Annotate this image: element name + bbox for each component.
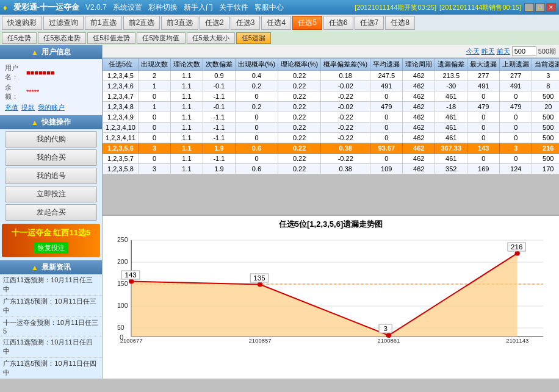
close-button[interactable]: ✕ [546, 3, 556, 12]
svg-point-15 [129, 279, 134, 284]
recharge-link[interactable]: 充值 [5, 103, 18, 112]
withdraw-link[interactable]: 提款 [21, 103, 35, 112]
tab-quick-buy[interactable]: 快速购彩 [2, 16, 42, 30]
svg-text:135: 135 [253, 274, 265, 282]
cell-prevPeriod: 0 [500, 123, 532, 133]
prev-day-label[interactable]: 前天 [497, 47, 510, 56]
sidebar-banner[interactable]: 十一运夺金 红西11选5 恢复投注 [2, 224, 100, 257]
cell-appear: 0 [138, 133, 170, 143]
menu-customer-service[interactable]: 客服中心 [254, 2, 284, 13]
news-item-2[interactable]: 十一运夺金预测：10月11日任三5 [0, 317, 102, 337]
tab-select8[interactable]: 任选8 [385, 16, 415, 30]
table-wrapper[interactable]: 任选5位 出现次数 理论次数 次数偏差 出现概率(%) 理论概率(%) 概率偏差… [103, 58, 559, 215]
my-group-btn[interactable]: 我的合买 [5, 149, 97, 166]
cell-missDiff: 461 [435, 112, 467, 123]
launch-group-btn[interactable]: 发起合买 [5, 204, 97, 221]
cell-prevPeriod: 3 [500, 143, 532, 154]
cell-maxMiss: 0 [467, 154, 500, 164]
news-item-3[interactable]: 江西11选预测：10月11日任四中 [0, 337, 102, 358]
cell-appearRate: 0.6 [235, 164, 278, 174]
cell-diffCount: -1.1 [203, 91, 235, 102]
cell-theoreticalRate: 0.22 [278, 133, 321, 143]
cell-combo: 1,2,3,5,6 [103, 143, 139, 154]
cell-avgMiss: 0 [370, 154, 403, 164]
tab-select3[interactable]: 任选3 [231, 16, 261, 30]
invest-btn[interactable]: 立即投注 [5, 186, 97, 202]
my-proxy-btn[interactable]: 我的代购 [5, 131, 97, 148]
table-row[interactable]: 1,2,3,4,701.1-1.100.22-0.220462461005000 [103, 91, 560, 102]
menu-about[interactable]: 关于软件 [219, 2, 248, 13]
username-row: 用户名： ■■■■■■■ [5, 63, 97, 82]
cell-theoreticalRate: 0.22 [278, 102, 321, 112]
subtab-maxmin[interactable]: 任5最大最小 [187, 32, 235, 44]
cell-combo: 1,2,3,4,9 [103, 112, 139, 123]
window-controls: _ □ ✕ [524, 3, 556, 12]
menu-system-settings[interactable]: 系统设置 [113, 2, 142, 13]
banner-line1: 十一运夺金 红西11选5 [12, 227, 90, 238]
cell-rateDiff: -0.22 [321, 112, 370, 123]
table-row[interactable]: 1,2,3,4,1101.1-1.100.22-0.22046246100500… [103, 133, 560, 143]
news-title: 最新资讯 [41, 262, 71, 273]
news-item-1[interactable]: 广东11选5预测：10月11日任三中 [0, 296, 102, 317]
cell-combo: 1,2,3,4,6 [103, 81, 139, 91]
tab-select5[interactable]: 任选5 [292, 16, 322, 30]
banner-restore-btn[interactable]: 恢复投注 [34, 242, 68, 254]
cell-appearRate: 0.2 [235, 102, 278, 112]
cell-missDiff: -18 [435, 102, 467, 112]
maximize-button[interactable]: □ [535, 3, 545, 12]
tab-select6[interactable]: 任选6 [323, 16, 353, 30]
table-row[interactable]: 1,2,3,4,1001.1-1.100.22-0.22046246100500… [103, 123, 560, 133]
table-row[interactable]: 1,2,3,4,521.10.90.40.220.18247.5462213.5… [103, 71, 560, 81]
table-row[interactable]: 1,2,3,5,631.11.90.60.220.3893.67462367.3… [103, 143, 560, 154]
svg-text:100: 100 [117, 302, 128, 309]
subtab-trend[interactable]: 任5走势 [2, 32, 37, 44]
cell-theoretical: 1.1 [170, 102, 203, 112]
tab-filter-query[interactable]: 过滤查询 [43, 16, 84, 30]
cell-maxMiss: 0 [467, 133, 500, 143]
cell-theoreticalRate: 0.22 [278, 123, 321, 133]
cell-maxMiss: 0 [467, 112, 500, 123]
news-item-0[interactable]: 江西11选预测：10月11日任三中 [0, 274, 102, 296]
table-row[interactable]: 1,2,3,5,831.11.90.60.220.381094623521691… [103, 164, 560, 174]
tab-front2-direct[interactable]: 前2直选 [123, 16, 160, 30]
tab-select4[interactable]: 任选4 [261, 16, 291, 30]
svg-text:143: 143 [124, 271, 136, 279]
cell-appear: 0 [138, 112, 170, 123]
cell-rateDiff: -0.22 [321, 123, 370, 133]
cell-theoretical: 1.1 [170, 143, 203, 154]
tab-front1-direct[interactable]: 前1直选 [85, 16, 122, 30]
subtab-sum-trend[interactable]: 任5和值走势 [87, 32, 135, 44]
minimize-button[interactable]: _ [524, 3, 534, 12]
subtab-form-trend[interactable]: 任5形态走势 [38, 32, 86, 44]
th-rate-diff: 概率偏差差(%) [321, 59, 370, 71]
cell-maxMiss: 0 [467, 123, 500, 133]
today-label[interactable]: 今天 [466, 47, 480, 56]
tab-front3-direct[interactable]: 前3直选 [161, 16, 198, 30]
table-row[interactable]: 1,2,3,4,611.1-0.10.20.22-0.02491462-3049… [103, 81, 560, 91]
my-account-link[interactable]: 我的账户 [38, 103, 65, 112]
tab-select2[interactable]: 任选2 [200, 16, 229, 30]
news-item-4[interactable]: 广东11选5预测：10月11日任四中 [0, 358, 102, 379]
table-row[interactable]: 1,2,3,4,811.1-0.10.20.22-0.02479462-1847… [103, 102, 560, 112]
cell-avgMiss: 109 [370, 164, 403, 174]
table-row[interactable]: 1,2,3,5,701.1-1.100.22-0.220462461005000 [103, 154, 560, 164]
period-input[interactable] [512, 46, 536, 56]
subtab-span-avg[interactable]: 任5跨度均值 [137, 32, 185, 44]
balance-label: 余 额： [5, 83, 26, 101]
cell-diffCount: -1.1 [203, 133, 235, 143]
yesterday-label[interactable]: 昨天 [481, 47, 495, 56]
cell-appear: 3 [138, 164, 170, 174]
my-trace-btn[interactable]: 我的追号 [5, 168, 97, 184]
subtab-miss[interactable]: 任5遗漏 [236, 32, 271, 44]
cell-currentMiss: 3 [532, 71, 559, 81]
menu-newbie-guide[interactable]: 新手入门 [184, 2, 213, 13]
cell-appear: 1 [138, 102, 170, 112]
table-row[interactable]: 1,2,3,4,901.1-1.100.22-0.220462461005000 [103, 112, 560, 123]
menu-color-switch[interactable]: 彩种切换 [148, 2, 178, 13]
lottery-tabs: 快速购彩 过滤查询 前1直选 前2直选 前3直选 任选2 任选3 任选4 任选5… [0, 15, 559, 30]
tab-select7[interactable]: 任选7 [355, 16, 384, 30]
th-diff-count: 次数偏差 [203, 59, 235, 71]
cell-avgMiss: 0 [370, 123, 403, 133]
app-version: V2.0.7 [85, 3, 107, 12]
news-header: ▲ 最新资讯 [0, 260, 102, 274]
